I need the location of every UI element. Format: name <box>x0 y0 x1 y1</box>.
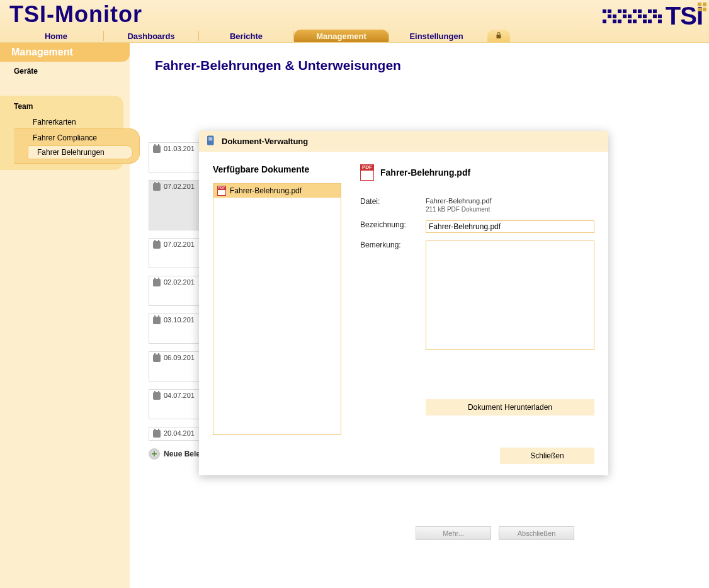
doc-header: Fahrer-Belehrung.pdf <box>380 167 470 178</box>
label-datei: Datei: <box>360 197 418 206</box>
plus-icon: + <box>149 448 160 460</box>
calendar-icon <box>153 241 161 249</box>
nav-berichte[interactable]: Berichte <box>199 30 293 42</box>
calendar-icon <box>153 317 161 324</box>
bemerkung-textarea[interactable] <box>426 240 594 350</box>
calendar-icon <box>153 145 161 153</box>
dialog-title: Dokument-Verwaltung <box>222 137 308 146</box>
pdf-icon <box>217 186 226 196</box>
logo: TSI <box>603 2 703 30</box>
list-date: 07.02.201 <box>164 183 195 190</box>
nav-home[interactable]: Home <box>9 30 103 42</box>
nav-lock[interactable] <box>487 30 510 42</box>
pdf-icon <box>360 164 374 181</box>
list-date: 06.09.201 <box>164 354 195 361</box>
label-bemerkung: Bemerkung: <box>360 240 418 249</box>
dokument-verwaltung-dialog: Dokument-Verwaltung Verfügbare Dokumente… <box>199 131 608 475</box>
calendar-icon <box>153 392 161 400</box>
page-title: Fahrer-Belehrungen & Unterweisungen <box>155 58 690 73</box>
nav-dashboards[interactable]: Dashboards <box>104 30 198 42</box>
app-title: TSI-Monitor <box>9 1 142 28</box>
list-date: 07.02.201 <box>164 240 195 248</box>
document-icon <box>205 135 217 148</box>
doc-list-item[interactable]: Fahrer-Belehrung.pdf <box>213 184 341 198</box>
fullscreen-icon[interactable] <box>698 3 706 11</box>
list-date: 04.07.201 <box>164 392 195 399</box>
sidebar-item-belehrungen[interactable]: Fahrer Belehrungen <box>28 145 133 159</box>
list-date: 01.03.201 <box>164 145 195 152</box>
sidebar-group-team: Team Fahrerkarten Fahrer Compliance Fahr… <box>0 96 123 170</box>
logo-dots-icon <box>603 9 662 23</box>
doc-item-label: Fahrer-Belehrung.pdf <box>230 186 302 195</box>
sidebar-section-title: Management <box>0 43 130 62</box>
mehr-button[interactable]: Mehr... <box>416 526 491 540</box>
close-button[interactable]: Schließen <box>500 448 594 464</box>
dialog-title-bar: Dokument-Verwaltung <box>199 131 608 152</box>
list-date: 20.04.201 <box>164 429 195 437</box>
sidebar: Management Geräte Team Fahrerkarten Fahr… <box>0 43 130 588</box>
calendar-icon <box>153 279 161 286</box>
sidebar-item-geraete[interactable]: Geräte <box>0 62 130 81</box>
svg-rect-1 <box>208 138 212 139</box>
sidebar-item-fahrerkarten[interactable]: Fahrerkarten <box>9 116 121 128</box>
sidebar-item-compliance[interactable]: Fahrer Compliance <box>20 132 137 144</box>
file-meta: 211 kB PDF Dokument <box>426 206 492 213</box>
abschliessen-button[interactable]: Abschließen <box>499 526 574 540</box>
header: TSI-Monitor TSI Home Dashboards Berichte… <box>0 0 709 43</box>
calendar-icon <box>153 183 161 191</box>
svg-rect-2 <box>208 140 212 141</box>
nav-management[interactable]: Management <box>294 30 389 42</box>
available-docs-header: Verfügbare Dokumente <box>213 164 341 174</box>
list-date: 03.10.201 <box>164 316 195 324</box>
top-nav: Home Dashboards Berichte Management Eins… <box>9 30 510 42</box>
calendar-icon <box>153 354 161 362</box>
sidebar-item-team[interactable]: Team <box>3 99 121 116</box>
label-bezeichnung: Bezeichnung: <box>360 220 418 229</box>
file-name: Fahrer-Belehrung.pdf <box>426 197 492 205</box>
download-button[interactable]: Dokument Herunterladen <box>426 399 594 416</box>
list-date: 02.02.201 <box>164 278 195 286</box>
calendar-icon <box>153 430 161 438</box>
nav-einstellungen[interactable]: Einstellungen <box>389 30 484 42</box>
doc-list: Fahrer-Belehrung.pdf <box>213 183 341 435</box>
bezeichnung-input[interactable] <box>426 220 594 233</box>
lock-icon <box>495 31 502 41</box>
